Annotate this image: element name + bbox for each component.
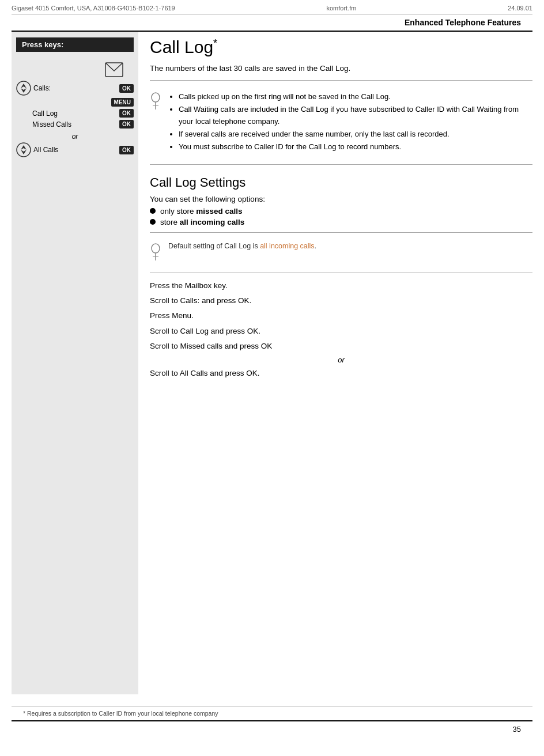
dial-nav-icon [16, 81, 31, 96]
footnote-text: Requires a subscription to Caller ID fro… [27, 710, 218, 717]
instr-row-5: Scroll to Missed calls and press OK [150, 341, 532, 352]
option-all-calls: store all incoming calls [150, 218, 532, 226]
dial-nav-icon-2 [16, 142, 31, 157]
instructions: Press the Mailbox key. Scroll to Calls: … [150, 280, 532, 380]
header-right: 24.09.01 [508, 5, 532, 12]
menu-row: MENU [16, 98, 134, 107]
page-footer: * Requires a subscription to Caller ID f… [12, 706, 532, 717]
note-item-1: Calls picked up on the first ring will n… [179, 91, 532, 103]
svg-point-4 [17, 143, 31, 157]
calls-label: Calls: [33, 84, 117, 92]
footnote-marker: * [23, 710, 27, 717]
instr-text-2: Scroll to Calls: and press OK. [150, 295, 532, 307]
instr-text-4: Scroll to Call Log and press OK. [150, 326, 532, 337]
svg-point-7 [152, 93, 160, 102]
calls-row: Calls: OK [16, 81, 134, 96]
mailbox-row [16, 62, 134, 77]
call-log-label: Call Log [32, 109, 117, 118]
instr-row-3: Press Menu. [150, 310, 532, 322]
option-missed-calls: only store missed calls [150, 207, 532, 216]
sidebar-content: Calls: OK MENU Call Log OK Missed Calls … [12, 52, 138, 165]
all-calls-row: All Calls OK [16, 142, 134, 157]
sidebar: Press keys: Calls: OK [12, 32, 138, 694]
note-item-4: You must subscribe to Caller ID for the … [179, 141, 532, 153]
pin-icon-2 [150, 243, 163, 263]
option1-text: only store missed calls [160, 207, 243, 216]
call-log-section: Call Log* The numbers of the last 30 cal… [150, 37, 532, 165]
instr-text-5: Scroll to Missed calls and press OK [150, 341, 532, 352]
note-item-2: Call Waiting calls are included in the C… [179, 104, 532, 127]
note-item-3: If several calls are received under the … [179, 128, 532, 140]
page-title: Enhanced Telephone Features [12, 14, 532, 32]
instr-row-1: Press the Mailbox key. [150, 280, 532, 292]
rule-1 [150, 80, 532, 81]
call-log-row: Call Log OK [16, 109, 134, 118]
intro-text: The numbers of the last 30 calls are sav… [150, 63, 532, 74]
page-header: Gigaset 4015 Comfort, USA, A31008-G4015-… [0, 0, 544, 14]
call-log-settings-section: Call Log Settings You can set the follow… [150, 175, 532, 273]
rule-3 [150, 232, 532, 233]
all-calls-ok-btn: OK [119, 146, 134, 154]
envelope-icon [105, 62, 123, 77]
instr-text-6: Scroll to All Calls and press OK. [150, 368, 532, 379]
default-note-box: Default setting of Call Log is all incom… [150, 239, 532, 267]
content-area: Call Log* The numbers of the last 30 cal… [138, 32, 532, 694]
settings-title: Call Log Settings [150, 175, 532, 190]
instr-row-6: Scroll to All Calls and press OK. [150, 368, 532, 379]
instr-text-1: Press the Mailbox key. [150, 280, 532, 292]
calls-ok-btn: OK [119, 84, 134, 93]
call-log-title: Call Log* [150, 37, 217, 57]
notes-box: Calls picked up on the first ring will n… [150, 86, 532, 158]
option2-text: store all incoming calls [160, 218, 244, 226]
header-center: komfort.fm [326, 5, 356, 12]
missed-calls-row: Missed Calls OK [16, 120, 134, 128]
bullet-dot-1 [150, 208, 156, 214]
default-note-highlight: all incoming calls [260, 242, 314, 250]
bullet-dot-2 [150, 219, 156, 225]
notes-list: Calls picked up on the first ring will n… [168, 91, 532, 154]
instr-row-4: Scroll to Call Log and press OK. [150, 326, 532, 337]
instr-row-2: Scroll to Calls: and press OK. [150, 295, 532, 307]
all-calls-label: All Calls [33, 146, 117, 154]
svg-point-10 [152, 244, 160, 253]
svg-marker-3 [21, 88, 27, 93]
or-divider-label: or [150, 356, 532, 364]
main-layout: Press keys: Calls: OK [0, 32, 544, 694]
missed-calls-label: Missed Calls [32, 120, 117, 128]
rule-2 [150, 164, 532, 165]
svg-point-1 [17, 81, 31, 95]
options-intro: You can set the following options: [150, 195, 532, 203]
instr-text-3: Press Menu. [150, 310, 532, 322]
call-log-ok-btn: OK [119, 109, 134, 118]
header-left: Gigaset 4015 Comfort, USA, A31008-G4015-… [12, 5, 175, 12]
menu-btn: MENU [111, 98, 134, 107]
svg-marker-2 [21, 84, 27, 88]
svg-marker-6 [21, 150, 27, 154]
page-number: 35 [12, 720, 532, 736]
pin-icon [150, 92, 163, 154]
default-note-text: Default setting of Call Log is all incom… [168, 242, 316, 263]
or-label: or [16, 131, 134, 142]
rule-4 [150, 273, 532, 273]
svg-marker-5 [21, 145, 27, 150]
missed-calls-ok-btn: OK [119, 120, 134, 128]
press-keys-label: Press keys: [16, 37, 134, 52]
